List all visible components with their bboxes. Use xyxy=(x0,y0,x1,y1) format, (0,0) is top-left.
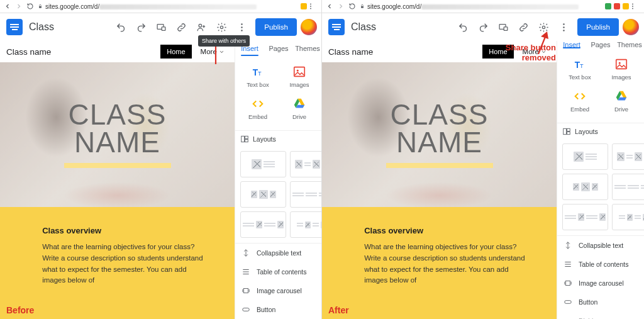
content-section[interactable]: Class overview What are the learning obj… xyxy=(0,207,235,319)
url-bar[interactable]: sites.google.com/d/ xyxy=(45,3,298,10)
overview-text[interactable]: What are the learning objectives for you… xyxy=(42,242,211,286)
chrome-more-icon[interactable] xyxy=(307,3,314,10)
content-section[interactable]: Class overview What are the learning obj… xyxy=(322,207,557,319)
pane-before: Before sites.google.com/d/ Class Publish xyxy=(0,0,322,319)
hero-banner[interactable]: CLASS NAME xyxy=(322,62,557,207)
doc-title[interactable]: Class xyxy=(351,21,376,33)
extension-icon[interactable] xyxy=(614,3,620,9)
layout-option[interactable] xyxy=(240,181,286,208)
tab-insert[interactable]: Insert xyxy=(557,41,586,48)
insert-toc[interactable]: Table of contents xyxy=(557,255,644,274)
layout-option[interactable] xyxy=(562,204,608,230)
tool-drive[interactable]: Drive xyxy=(279,93,319,124)
overview-heading[interactable]: Class overview xyxy=(364,226,533,235)
sites-logo-icon[interactable] xyxy=(6,19,23,35)
tab-themes[interactable]: Themes xyxy=(293,41,322,56)
svg-point-29 xyxy=(563,23,565,25)
tool-textbox[interactable]: TTText box xyxy=(238,61,278,92)
tab-themes[interactable]: Themes xyxy=(615,41,644,48)
sites-logo-icon[interactable] xyxy=(328,19,345,35)
layout-option[interactable] xyxy=(612,143,644,170)
insert-collapsible[interactable]: Collapsible text xyxy=(557,236,644,255)
page-name[interactable]: Class name xyxy=(6,47,160,57)
overview-text[interactable]: What are the learning objectives for you… xyxy=(364,242,533,286)
extension-icon[interactable] xyxy=(605,3,611,9)
publish-button[interactable]: Publish xyxy=(255,18,297,36)
button-icon xyxy=(564,298,572,306)
layouts-header[interactable]: Layouts xyxy=(235,130,322,147)
embed-icon xyxy=(251,97,265,111)
redo-icon[interactable] xyxy=(475,19,491,35)
button-icon xyxy=(242,305,250,314)
avatar[interactable] xyxy=(623,19,639,35)
pane-after: After sites.google.com/d/ Class Publish xyxy=(322,0,644,319)
insert-toc[interactable]: Table of contents xyxy=(235,262,322,281)
undo-icon[interactable] xyxy=(455,19,471,35)
layout-option[interactable] xyxy=(240,211,286,238)
svg-point-16 xyxy=(297,70,299,72)
reload-icon[interactable] xyxy=(26,3,34,10)
reload-icon[interactable] xyxy=(348,3,356,10)
layout-option[interactable] xyxy=(290,211,322,238)
insert-sidebar: Insert Pages Themes TTText box Images Em… xyxy=(235,41,322,319)
back-icon[interactable] xyxy=(326,3,333,10)
avatar[interactable] xyxy=(301,19,317,35)
hero-title[interactable]: CLASS NAME xyxy=(386,101,493,167)
layout-option[interactable] xyxy=(240,151,286,177)
preview-icon[interactable] xyxy=(495,19,511,35)
layout-option[interactable] xyxy=(290,181,322,208)
tool-drive[interactable]: Drive xyxy=(601,86,641,116)
layout-option[interactable] xyxy=(562,143,608,170)
tab-pages[interactable]: Pages xyxy=(264,41,293,56)
url-bar[interactable]: sites.google.com/d/ xyxy=(367,3,602,10)
forward-icon[interactable] xyxy=(15,3,23,10)
svg-rect-20 xyxy=(244,289,248,293)
images-icon xyxy=(614,57,628,71)
page-name[interactable]: Class name xyxy=(328,47,482,57)
share-tooltip: Share with others xyxy=(198,35,250,47)
insert-button[interactable]: Button xyxy=(235,300,322,319)
hero-title[interactable]: CLASS NAME xyxy=(64,101,171,167)
layout-option[interactable] xyxy=(612,174,644,200)
insert-button[interactable]: Button xyxy=(557,293,644,311)
svg-rect-42 xyxy=(565,301,572,304)
svg-point-3 xyxy=(310,8,311,9)
layout-option[interactable] xyxy=(612,204,644,230)
insert-carousel[interactable]: Image carousel xyxy=(557,274,644,293)
extension-icon[interactable] xyxy=(623,3,629,9)
layouts-header[interactable]: Layouts xyxy=(557,123,644,140)
back-icon[interactable] xyxy=(4,3,11,10)
home-nav-button[interactable]: Home xyxy=(160,45,191,59)
publish-button[interactable]: Publish xyxy=(577,18,619,36)
insert-carousel[interactable]: Image carousel xyxy=(235,281,322,300)
tool-images[interactable]: Images xyxy=(279,61,319,92)
chrome-more-icon[interactable] xyxy=(629,3,636,10)
preview-icon[interactable] xyxy=(153,19,169,35)
insert-divider[interactable]: Divider xyxy=(557,311,644,319)
share-icon[interactable] xyxy=(193,19,209,35)
undo-icon[interactable] xyxy=(113,19,129,35)
layout-option[interactable] xyxy=(562,174,608,200)
forward-icon[interactable] xyxy=(337,3,345,10)
doc-title[interactable]: Class xyxy=(29,21,54,33)
tab-pages[interactable]: Pages xyxy=(586,41,615,48)
tool-textbox[interactable]: TTText box xyxy=(560,53,600,84)
layouts-icon xyxy=(240,135,249,143)
hero-banner[interactable]: CLASS NAME xyxy=(0,62,235,207)
lock-icon xyxy=(360,4,365,9)
extension-icon[interactable] xyxy=(301,3,307,9)
link-icon[interactable] xyxy=(515,19,531,35)
tool-embed[interactable]: Embed xyxy=(238,93,278,124)
settings-icon[interactable] xyxy=(213,19,230,35)
more-icon[interactable] xyxy=(555,19,572,35)
overview-heading[interactable]: Class overview xyxy=(42,226,211,235)
insert-collapsible[interactable]: Collapsible text xyxy=(235,243,322,262)
layout-option[interactable] xyxy=(290,151,322,177)
collapsible-icon xyxy=(242,249,250,257)
tool-embed[interactable]: Embed xyxy=(560,86,600,116)
svg-rect-40 xyxy=(567,132,570,135)
tool-images[interactable]: Images xyxy=(601,53,641,84)
redo-icon[interactable] xyxy=(133,19,149,35)
link-icon[interactable] xyxy=(173,19,189,35)
more-icon[interactable] xyxy=(233,19,250,35)
